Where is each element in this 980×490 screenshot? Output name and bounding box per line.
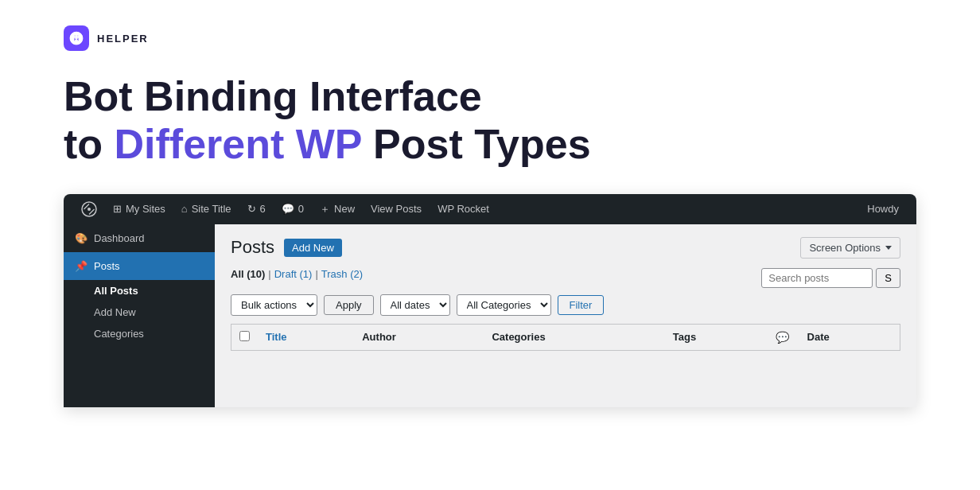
view-posts-label: View Posts [371, 203, 422, 215]
site-title-label: Site Title [192, 203, 231, 215]
admin-bar-comments[interactable]: 💬 0 [274, 194, 312, 224]
table-header-checkbox [231, 324, 259, 350]
dashboard-icon: 🎨 [75, 232, 88, 244]
new-label: New [334, 203, 355, 215]
wp-main-content: Posts Add New Screen Options All (10) | … [215, 224, 916, 407]
hero-line1: Bot Binding Interface [64, 73, 482, 119]
bulk-actions-select[interactable]: Bulk actions [231, 294, 317, 316]
admin-bar: ⊞ My Sites ⌂ Site Title ↻ 6 💬 0 ＋ New Vi… [64, 194, 916, 224]
filter-link-trash[interactable]: Trash (2) [321, 268, 363, 280]
home-icon: ⌂ [181, 203, 188, 215]
logo-area: HELPER [64, 25, 916, 51]
hero-section: HELPER Bot Binding Interface to Differen… [0, 0, 980, 194]
admin-bar-wp-rocket[interactable]: WP Rocket [430, 194, 497, 224]
search-posts-input[interactable] [761, 268, 873, 288]
table-header-comments: 💬 [768, 324, 799, 350]
select-all-checkbox[interactable] [239, 331, 250, 341]
sidebar-item-posts[interactable]: 📌 Posts [64, 252, 215, 280]
table-header-row: Title Author Categories Tags 💬 [231, 324, 900, 350]
admin-bar-site-title[interactable]: ⌂ Site Title [173, 194, 239, 224]
updates-count: 6 [260, 203, 266, 215]
hero-title: Bot Binding Interface to Different WP Po… [64, 73, 916, 169]
page-title-area: Posts Add New [231, 237, 342, 258]
table-header-tags: Tags [665, 324, 768, 350]
categories-sub-label: Categories [94, 328, 144, 340]
plus-icon: ＋ [320, 202, 330, 216]
search-posts-area: S [761, 268, 900, 288]
hero-line2-suffix: Post Types [362, 121, 591, 167]
table-header-date: Date [799, 324, 900, 350]
wp-logo-item[interactable] [73, 194, 105, 224]
wp-content-area: 🎨 Dashboard 📌 Posts All Posts Add New Ca… [64, 224, 916, 407]
title-sort-link[interactable]: Title [266, 331, 287, 343]
filter-link-draft[interactable]: Draft (1) [274, 268, 313, 280]
hero-line2-highlight: Different WP [115, 121, 362, 167]
wp-admin-container: ⊞ My Sites ⌂ Site Title ↻ 6 💬 0 ＋ New Vi… [64, 194, 916, 407]
page-title: Posts [231, 237, 274, 258]
logo-icon [64, 25, 89, 51]
categories-filter-select[interactable]: All Categories [457, 294, 551, 316]
filter-links-row: All (10) | Draft (1) | Trash (2) S [231, 268, 900, 288]
sites-icon: ⊞ [113, 203, 122, 215]
search-submit-button[interactable]: S [876, 268, 900, 288]
screen-options-button[interactable]: Screen Options [800, 237, 900, 259]
updates-icon: ↻ [247, 203, 256, 215]
admin-bar-view-posts[interactable]: View Posts [363, 194, 430, 224]
comments-col-icon: 💬 [776, 331, 789, 344]
wp-main-header: Posts Add New Screen Options [231, 237, 900, 259]
sidebar-item-dashboard[interactable]: 🎨 Dashboard [64, 224, 215, 252]
bulk-actions-bar: Bulk actions Apply All dates All Categor… [231, 294, 900, 316]
sidebar-dashboard-label: Dashboard [94, 232, 145, 244]
comments-icon-bar: 💬 [282, 203, 294, 215]
posts-icon: 📌 [75, 260, 88, 272]
filter-links: All (10) | Draft (1) | Trash (2) [231, 268, 366, 280]
dates-filter-select[interactable]: All dates [380, 294, 450, 316]
admin-bar-my-sites[interactable]: ⊞ My Sites [105, 194, 173, 224]
posts-table: Title Author Categories Tags 💬 [231, 324, 900, 351]
screen-options-label: Screen Options [809, 242, 881, 254]
helper-icon [68, 30, 84, 46]
sidebar-subitem-add-new[interactable]: Add New [64, 301, 215, 323]
sidebar-posts-label: Posts [94, 260, 120, 272]
add-new-sub-label: Add New [94, 306, 136, 318]
filter-button[interactable]: Filter [558, 295, 605, 315]
chevron-down-icon [885, 246, 892, 250]
wp-logo-icon [81, 201, 97, 217]
hero-line2-prefix: to [64, 121, 115, 167]
filter-link-all[interactable]: All (10) [231, 268, 265, 280]
apply-button[interactable]: Apply [324, 295, 374, 315]
table-header-categories: Categories [484, 324, 664, 350]
admin-bar-howdy: Howdy [859, 203, 907, 215]
sidebar-subitem-categories[interactable]: Categories [64, 323, 215, 344]
table-header-title: Title [258, 324, 354, 350]
wp-sidebar: 🎨 Dashboard 📌 Posts All Posts Add New Ca… [64, 224, 215, 407]
add-new-button[interactable]: Add New [284, 239, 342, 257]
my-sites-label: My Sites [126, 203, 165, 215]
admin-bar-new[interactable]: ＋ New [312, 194, 363, 224]
svg-point-2 [88, 208, 91, 211]
sidebar-subitem-all-posts[interactable]: All Posts [64, 280, 215, 301]
table-header-author: Author [354, 324, 484, 350]
comments-count: 0 [298, 203, 304, 215]
all-posts-sub-label: All Posts [94, 285, 138, 297]
admin-bar-updates[interactable]: ↻ 6 [239, 194, 274, 224]
logo-text: HELPER [97, 33, 149, 45]
wp-rocket-label: WP Rocket [438, 203, 489, 215]
